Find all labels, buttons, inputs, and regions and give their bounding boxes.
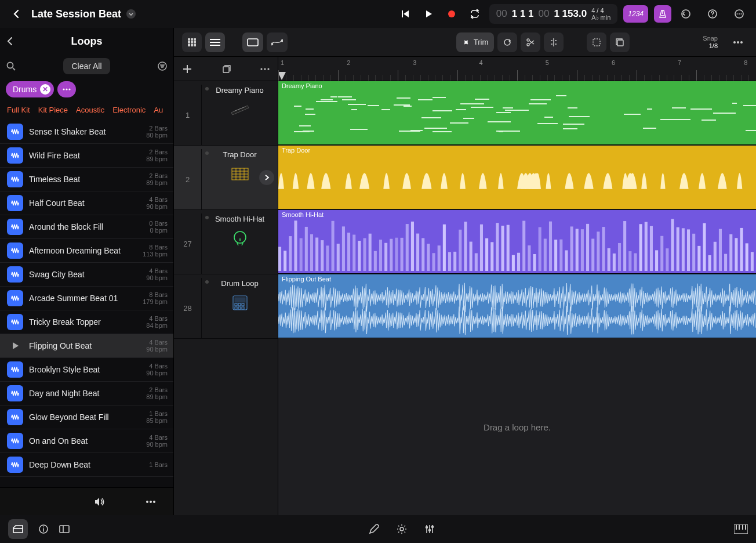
undo-button[interactable] [677, 5, 695, 23]
loop-item[interactable]: Deep Down Beat 1 Bars [0, 453, 173, 477]
track-header[interactable]: 27 Smooth Hi-Hat [174, 210, 278, 274]
track-header[interactable]: 1 Dreamy Piano [174, 81, 278, 146]
subfilter-row[interactable]: Full Kit Kit Piece Acoustic Electronic A… [0, 101, 173, 120]
region[interactable]: Flipping Out Beat [278, 274, 756, 338]
filter-circle-icon[interactable] [157, 61, 168, 71]
waveform-icon[interactable] [7, 361, 23, 378]
region[interactable]: Smooth Hi-Hat [278, 210, 756, 274]
project-menu-chevron-icon[interactable] [126, 9, 136, 19]
sidebar-back-button[interactable] [6, 37, 15, 46]
loop-item[interactable]: Swag City Beat 4 Bars90 bpm [0, 263, 173, 287]
play-icon[interactable] [7, 338, 23, 354]
cycle-button[interactable] [466, 5, 484, 23]
loop-list[interactable]: Sense It Shaker Beat 2 Bars80 bpm Wild F… [0, 120, 173, 487]
loop-tool-button[interactable] [497, 32, 517, 52]
waveform-icon[interactable] [7, 147, 23, 164]
scissors-tool-button[interactable] [521, 32, 540, 52]
more-button[interactable] [730, 5, 748, 23]
waveform-icon[interactable] [7, 433, 23, 449]
waveform-icon[interactable] [7, 290, 23, 306]
subfilter-item[interactable]: Electronic [112, 106, 146, 114]
mixer-icon[interactable] [424, 524, 435, 534]
track-header[interactable]: 28 Drum Loop [174, 274, 278, 339]
region[interactable]: Dreamy Piano [278, 81, 756, 145]
loop-item[interactable]: Day and Night Beat 2 Bars89 bpm [0, 382, 173, 406]
trim-tool-button[interactable]: Trim [456, 32, 495, 52]
loop-item[interactable]: Timeless Beat 2 Bars89 bpm [0, 168, 173, 191]
loop-item[interactable]: Flipping Out Beat 4 Bars90 bpm [0, 334, 173, 358]
loop-item[interactable]: Half Court Beat 4 Bars90 bpm [0, 191, 173, 215]
track-expand-button[interactable] [259, 170, 274, 185]
subfilter-item[interactable]: Kit Piece [38, 106, 68, 114]
keyboard-icon[interactable] [734, 524, 748, 534]
waveform-icon[interactable] [7, 195, 23, 211]
svg-rect-101 [539, 227, 541, 271]
track-instrument-icon[interactable] [228, 162, 252, 186]
help-button[interactable] [704, 5, 721, 23]
waveform-icon[interactable] [7, 219, 23, 235]
loop-item[interactable]: Sense It Shaker Beat 2 Bars80 bpm [0, 120, 173, 144]
loop-item[interactable]: On and On Beat 4 Bars90 bpm [0, 429, 173, 453]
track-more-button[interactable] [260, 68, 270, 70]
lcd-display[interactable]: 00 1 1 1 00 1 153.0 4 / 4 A♭ min [489, 4, 618, 24]
split-tool-button[interactable] [544, 32, 564, 52]
sidebar-more-icon[interactable] [146, 500, 156, 504]
toolbar-more-button[interactable] [728, 32, 748, 52]
loop-item[interactable]: Wild Fire Beat 2 Bars89 bpm [0, 144, 173, 168]
search-icon[interactable] [6, 61, 16, 71]
clear-all-button[interactable]: Clear All [63, 58, 110, 74]
panels-button[interactable] [59, 525, 70, 533]
copy-tool-button[interactable] [610, 32, 630, 52]
filter-tag-drums[interactable]: Drums ✕ [6, 81, 54, 97]
remove-tag-icon[interactable]: ✕ [40, 84, 50, 95]
waveform-icon[interactable] [7, 409, 23, 425]
volume-icon[interactable] [93, 496, 105, 508]
snap-value[interactable]: 1/8 [709, 42, 718, 50]
waveform-icon[interactable] [7, 171, 23, 187]
subfilter-item[interactable]: Full Kit [7, 106, 30, 114]
add-track-button[interactable] [182, 64, 192, 74]
count-in-button[interactable]: 1234 [623, 5, 648, 23]
region[interactable]: Trap Door [278, 146, 756, 209]
track-instrument-icon[interactable] [228, 291, 252, 314]
loop-item[interactable]: Arcade Summer Beat 01 8 Bars179 bpm [0, 287, 173, 310]
loop-item[interactable]: Glow Beyond Beat Fill 1 Bars85 bpm [0, 406, 173, 429]
metronome-button[interactable] [654, 5, 671, 23]
go-to-start-button[interactable] [397, 5, 414, 23]
display-rect-button[interactable] [242, 32, 263, 52]
loop-item[interactable]: Tricky Break Topper 4 Bars84 bpm [0, 310, 173, 334]
filter-more-button[interactable] [57, 81, 76, 97]
waveform-icon[interactable] [7, 124, 23, 140]
brightness-icon[interactable] [397, 524, 407, 534]
track-header[interactable]: 2 Trap Door [174, 146, 278, 210]
loop-item[interactable]: Brooklyn Style Beat 4 Bars90 bpm [0, 358, 173, 382]
track-instrument-icon[interactable] [228, 227, 252, 250]
subfilter-item[interactable]: Au [154, 106, 163, 114]
loop-item[interactable]: Around the Block Fill 0 Bars0 bpm [0, 215, 173, 239]
waveform-icon[interactable] [7, 385, 23, 401]
library-button[interactable] [8, 519, 28, 539]
automation-button[interactable] [267, 32, 288, 52]
view-grid-button[interactable] [182, 32, 202, 52]
info-button[interactable] [38, 524, 49, 534]
back-button[interactable] [8, 5, 26, 23]
view-list-button[interactable] [205, 32, 225, 52]
pencil-icon[interactable] [369, 524, 379, 534]
track-instrument-icon[interactable] [228, 98, 252, 121]
ruler[interactable]: 12345678 [278, 57, 756, 81]
play-button[interactable] [420, 5, 437, 23]
loop-item[interactable]: Afternoon Dreaming Beat 8 Bars113 bpm [0, 239, 173, 263]
svg-point-17 [153, 501, 155, 503]
waveform-icon[interactable] [7, 314, 23, 330]
subfilter-item[interactable]: Acoustic [76, 106, 104, 114]
svg-rect-104 [554, 240, 557, 271]
position-prefix: 00 [496, 8, 507, 20]
waveform-icon[interactable] [7, 242, 23, 259]
track-stack-button[interactable] [221, 64, 232, 74]
regions-area[interactable]: Drag a loop here. Dreamy PianoTrap DoorS… [278, 81, 756, 515]
record-button[interactable] [443, 5, 460, 23]
waveform-icon[interactable] [7, 457, 23, 473]
waveform-icon[interactable] [7, 266, 23, 283]
svg-rect-123 [655, 250, 658, 271]
marquee-tool-button[interactable] [587, 32, 606, 52]
